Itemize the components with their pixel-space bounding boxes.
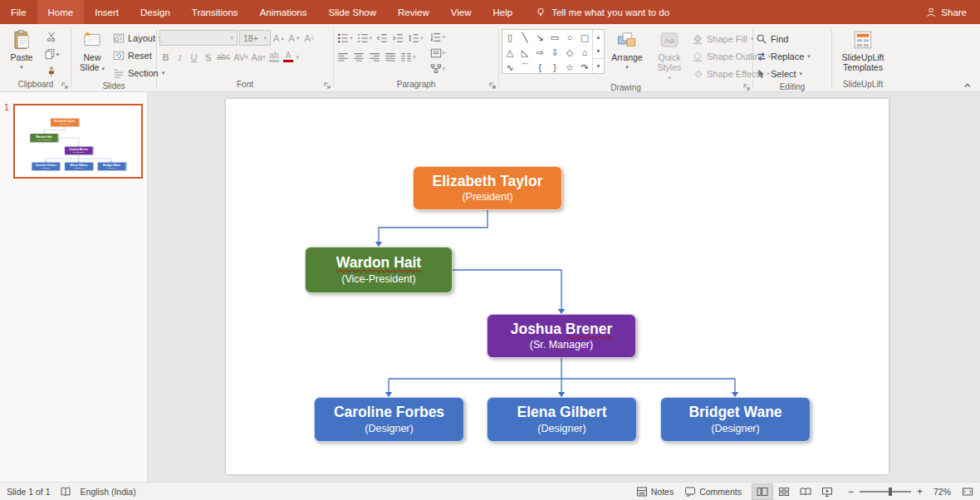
collapse-ribbon-button[interactable] (962, 79, 973, 89)
replace-button[interactable]: Replace▾ (756, 48, 811, 64)
text-shadow-button[interactable]: S (202, 50, 214, 64)
slide-sorter-view-button[interactable] (774, 484, 794, 499)
bold-button[interactable]: B (159, 50, 172, 64)
select-button[interactable]: Select▾ (756, 66, 811, 81)
reading-view-button[interactable] (796, 484, 816, 499)
shapes-more-button[interactable]: ▼ (593, 58, 604, 73)
format-painter-button[interactable] (42, 64, 61, 79)
shape-triangle-icon[interactable]: △ (502, 45, 517, 60)
shape-diamond-icon[interactable]: ◇ (562, 45, 577, 60)
zoom-out-button[interactable]: − (848, 486, 854, 498)
tab-design[interactable]: Design (130, 0, 181, 24)
shape-rounded-rectangle-icon[interactable]: ▢ (577, 30, 592, 45)
increase-font-size-button[interactable]: A▲ (272, 31, 286, 45)
slideshow-view-button[interactable] (817, 484, 837, 499)
align-right-button[interactable] (368, 50, 381, 64)
align-text-button[interactable]: ▾ (429, 46, 447, 60)
shapes-scroll-up[interactable]: ▲ (593, 30, 604, 44)
copy-button[interactable]: ▾ (42, 47, 61, 61)
zoom-level[interactable]: 72% (933, 487, 951, 497)
tab-home[interactable]: Home (37, 0, 85, 24)
notes-toggle[interactable]: Notes (636, 486, 674, 498)
arrange-button[interactable]: Arrange ▾ (607, 27, 647, 71)
shape-select-icon[interactable]: ▯ (502, 30, 517, 45)
font-color-button[interactable]: A (282, 50, 294, 64)
tab-animations[interactable]: Animations (249, 0, 318, 24)
tab-file[interactable]: File (0, 0, 37, 24)
spell-check-icon[interactable] (60, 486, 71, 498)
drawing-dialog-launcher[interactable] (742, 83, 751, 91)
strikethrough-button[interactable]: abc (216, 50, 231, 64)
tab-slide-show[interactable]: Slide Show (318, 0, 388, 24)
convert-to-smartart-button[interactable]: ▾ (429, 61, 447, 76)
columns-button[interactable]: ▾ (399, 50, 417, 64)
shape-right-triangle-icon[interactable]: ◺ (517, 45, 532, 60)
slide-indicator[interactable]: Slide 1 of 1 (7, 487, 51, 497)
slide-canvas[interactable]: Elizabeth Taylor(President)Wardon Hait(V… (226, 99, 889, 474)
zoom-slider[interactable] (860, 491, 911, 493)
tab-transitions[interactable]: Transitions (181, 0, 249, 24)
italic-button[interactable]: I (174, 50, 186, 64)
paragraph-dialog-launcher[interactable] (488, 81, 497, 90)
normal-view-button[interactable] (752, 484, 772, 499)
tab-view[interactable]: View (440, 0, 483, 24)
slideuplift-templates-button[interactable]: SlideUpLift Templates (837, 27, 889, 75)
increase-indent-button[interactable] (391, 31, 404, 45)
new-slide-button[interactable]: New Slide ▾ (74, 27, 110, 75)
quick-styles-button[interactable]: Aa Quick Styles ▾ (649, 27, 689, 82)
justify-button[interactable] (384, 50, 397, 64)
change-case-button[interactable]: Aa▾ (251, 50, 267, 64)
shape-rectangle-icon[interactable]: ▭ (547, 30, 562, 45)
bullets-button[interactable]: ▾ (336, 31, 354, 45)
clear-formatting-button[interactable]: A◊ (303, 31, 316, 45)
character-spacing-button[interactable]: AV▾ (233, 50, 248, 64)
tab-review[interactable]: Review (387, 0, 440, 24)
shape-brace-left-icon[interactable]: { (532, 60, 547, 73)
shape-home-plate-icon[interactable]: ⌂ (577, 45, 592, 60)
paste-dropdown-caret[interactable]: ▾ (20, 64, 23, 70)
zoom-slider-thumb[interactable] (889, 488, 892, 496)
shape-arrow-curve-icon[interactable]: ↷ (577, 60, 592, 73)
shape-arrow-right-icon[interactable]: ⇨ (532, 45, 547, 60)
shape-star-icon[interactable]: ☆ (562, 60, 577, 73)
share-button[interactable]: Share (925, 0, 967, 24)
paste-button[interactable]: Paste ▾ (3, 27, 40, 71)
tab-help[interactable]: Help (483, 0, 524, 24)
language-indicator[interactable]: English (India) (81, 487, 136, 497)
align-center-button[interactable] (352, 50, 365, 64)
fit-slide-to-window-icon[interactable] (962, 486, 973, 498)
zoom-in-button[interactable]: + (917, 486, 923, 498)
shape-oval-icon[interactable]: ○ (562, 30, 577, 45)
decrease-font-size-button[interactable]: A▼ (287, 31, 301, 45)
numbering-button[interactable]: ▾ (356, 31, 374, 45)
comments-toggle[interactable]: Comments (684, 486, 742, 498)
shapes-scroll-down[interactable]: ▼ (593, 44, 604, 58)
find-button[interactable]: Find (756, 31, 811, 47)
tab-insert[interactable]: Insert (84, 0, 130, 24)
shape-brace-right-icon[interactable]: } (547, 60, 562, 73)
org-node-designer-3[interactable]: Bridget Wane(Designer) (660, 397, 811, 442)
shape-line-arrow-icon[interactable]: ↘ (532, 30, 547, 45)
org-node-vice-president[interactable]: Wardon Hait(Vice-President) (305, 247, 453, 293)
org-node-sr-manager[interactable]: Joshua Brener(Sr. Manager) (487, 314, 636, 358)
align-left-button[interactable] (336, 50, 350, 64)
underline-button[interactable]: U (188, 50, 200, 64)
shape-curve-icon[interactable]: ∿ (502, 60, 517, 73)
org-node-designer-1[interactable]: Caroline Forbes(Designer) (314, 397, 464, 442)
font-size-select[interactable]: 18+▾ (239, 30, 271, 46)
font-dialog-launcher[interactable] (323, 81, 331, 90)
org-node-president[interactable]: Elizabeth Taylor(President) (413, 166, 562, 210)
text-highlight-button[interactable]: ab (267, 50, 280, 64)
shape-arc-icon[interactable]: ⌒ (517, 60, 532, 73)
tell-me-box[interactable]: Tell me what you want to do (535, 0, 669, 24)
shape-line-icon[interactable]: ╲ (517, 30, 532, 45)
font-name-select[interactable]: ▾ (159, 30, 238, 46)
line-spacing-button[interactable]: ▾ (407, 31, 424, 45)
org-node-designer-2[interactable]: Elena Gilbert(Designer) (487, 397, 637, 442)
text-direction-button[interactable]: ▾ (429, 30, 447, 44)
shape-arrow-down-icon[interactable]: ⇩ (547, 45, 562, 60)
decrease-indent-button[interactable] (375, 31, 389, 45)
clipboard-dialog-launcher[interactable] (61, 81, 69, 90)
cut-button[interactable] (42, 29, 61, 44)
slide-thumbnail-1[interactable]: Elizabeth Taylor(President)Wardon Hait(V… (13, 104, 143, 179)
